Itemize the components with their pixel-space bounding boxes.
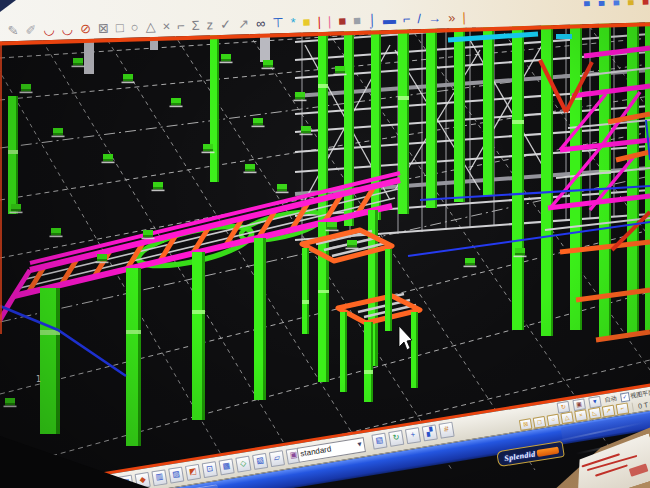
select-assemblies-icon[interactable]: ▧ xyxy=(252,453,268,470)
snap-cross-icon[interactable]: × xyxy=(162,20,170,33)
snap-arrow-icon[interactable]: ↗ xyxy=(602,404,616,417)
snap-intersection-icon[interactable]: ⊠ xyxy=(98,21,109,34)
create-sloped-beam-icon[interactable]: / xyxy=(417,12,421,25)
select-surfaces-icon[interactable]: ▥ xyxy=(151,469,167,486)
chevron-down-icon[interactable]: ▾ xyxy=(357,439,363,452)
mouse-cursor xyxy=(399,326,412,350)
cyan-beams[interactable] xyxy=(448,34,572,40)
create-arrow-icon[interactable]: → xyxy=(428,11,441,24)
grid-label-1: 1 xyxy=(36,375,41,384)
snap-corner-icon[interactable]: ◺ xyxy=(588,406,602,419)
clipped-a-icon[interactable]: ▄ xyxy=(584,0,590,6)
clipped-b-icon[interactable]: ▄ xyxy=(598,0,604,5)
clipped-d-icon[interactable]: ▄ xyxy=(628,0,634,5)
snap-box-icon[interactable]: ⊠ xyxy=(519,418,533,431)
snap-perpendicular-icon[interactable]: ⌐ xyxy=(177,19,185,32)
snap-sum-icon[interactable]: Σ xyxy=(192,19,200,32)
snap-square-icon[interactable]: ◻ xyxy=(533,415,547,428)
snap-triangle-icon[interactable]: △ xyxy=(560,411,574,424)
checkbox-check-icon: ✓ xyxy=(620,392,630,402)
select-objects-icon[interactable]: ▱ xyxy=(269,450,285,467)
clipped-e-icon[interactable]: ▄ xyxy=(642,0,648,4)
material-swatch-icon[interactable]: ■ xyxy=(302,15,310,28)
view-window-left-border xyxy=(0,34,2,334)
monitor-photo: 3 7 1 ✎✐◡◡⊘⊠□○△×⌐Σz✓↗∞⊤*■||■■⌡▬⌐/→»| ▄▄▄… xyxy=(0,0,650,488)
create-polybeam-icon[interactable]: ⌐ xyxy=(403,12,411,25)
select-views-icon[interactable]: ◇ xyxy=(235,456,251,473)
binoculars-icon[interactable]: ∞ xyxy=(256,17,266,30)
select-grids-icon[interactable]: ▦ xyxy=(218,458,234,475)
selection-filter-value: standard xyxy=(300,444,333,462)
select-bolts-icon[interactable]: ◩ xyxy=(185,464,201,481)
snap-midpoint-icon[interactable]: △ xyxy=(145,20,155,33)
snap-line-icon[interactable]: ⌐ xyxy=(616,402,630,415)
sticker-accent xyxy=(537,446,560,456)
sticker-brand-text: Splendid xyxy=(504,449,536,463)
snap-endpoint-icon[interactable]: □ xyxy=(116,21,124,34)
snap-nearest-icon[interactable]: z xyxy=(207,18,214,31)
rotate-tool-icon[interactable]: ↻ xyxy=(388,430,404,447)
freehand-icon[interactable]: ✐ xyxy=(25,24,36,37)
snap-x-icon[interactable]: × xyxy=(574,409,588,422)
select-components-icon[interactable]: ⊡ xyxy=(202,461,218,478)
weld-b-icon[interactable]: ◡ xyxy=(61,22,73,35)
snap-center-icon[interactable]: ○ xyxy=(130,20,138,33)
create-beam-icon[interactable]: ⌡ xyxy=(368,13,376,26)
detail-gray-icon[interactable]: ■ xyxy=(353,14,361,27)
pan-tool-icon[interactable]: + xyxy=(405,427,421,444)
clipped-c-icon[interactable]: ▄ xyxy=(613,0,619,5)
create-chevrons-icon[interactable]: » xyxy=(448,11,456,24)
fly-tool-icon[interactable]: ▞ xyxy=(422,424,438,441)
pin-pink-icon[interactable]: | xyxy=(328,15,332,28)
sketch-icon[interactable]: ✎ xyxy=(7,24,18,37)
create-flat-beam-icon[interactable]: ▬ xyxy=(383,13,396,26)
snap-circle-icon[interactable]: ○ xyxy=(546,413,560,426)
hammer-tool-icon[interactable]: ⊤ xyxy=(272,16,284,29)
select-welds-icon[interactable]: ▨ xyxy=(168,467,184,484)
pin-red-icon[interactable]: | xyxy=(317,15,321,28)
create-column-icon[interactable]: | xyxy=(462,11,466,24)
grid-tool-icon[interactable]: # xyxy=(438,422,454,439)
no-weld-icon[interactable]: ⊘ xyxy=(80,22,91,35)
snap-any-icon[interactable]: ✓ xyxy=(220,18,231,31)
detail-red-icon[interactable]: ■ xyxy=(338,14,346,27)
paper-stamp xyxy=(629,464,649,477)
weld-a-icon[interactable]: ◡ xyxy=(43,23,55,36)
zoom-tool-icon[interactable]: ▤ xyxy=(371,433,387,450)
star-tool-icon[interactable]: * xyxy=(290,16,295,29)
pointer-arrow-icon[interactable]: ↗ xyxy=(238,17,249,30)
